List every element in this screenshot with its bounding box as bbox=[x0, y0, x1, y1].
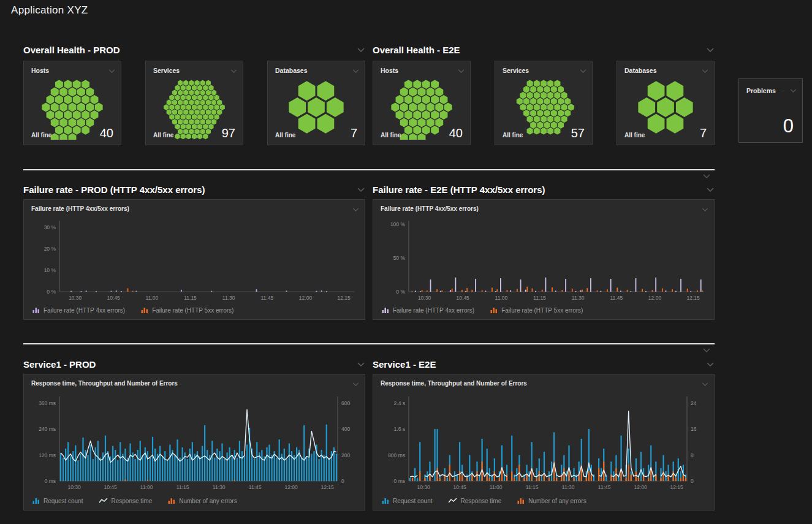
chart-legend: Failure rate (HTTP 4xx errors)Failure ra… bbox=[32, 306, 233, 314]
svg-text:12:00: 12:00 bbox=[648, 295, 662, 301]
chevron-down-icon[interactable] bbox=[702, 172, 711, 180]
svg-text:12:15: 12:15 bbox=[670, 484, 684, 490]
service1-prod-tile[interactable]: Response time, Throughput and Number of … bbox=[23, 374, 365, 511]
tile-status: All fine bbox=[275, 132, 295, 140]
svg-text:11:00: 11:00 bbox=[490, 484, 503, 490]
legend-item[interactable]: Failure rate (HTTP 4xx errors) bbox=[382, 306, 474, 314]
chart-legend: Request countResponse timeNumber of any … bbox=[382, 497, 586, 504]
failure-rate-prod-tile[interactable]: Failure rate (HTTP 4xx/5xx errors) 30 %2… bbox=[23, 199, 365, 320]
service1-prod-chart[interactable]: 360 ms240 ms120 ms0 ms600400200010:3010:… bbox=[28, 393, 362, 492]
svg-text:2.4 s: 2.4 s bbox=[394, 400, 405, 406]
svg-text:11:45: 11:45 bbox=[249, 484, 262, 490]
legend-item[interactable]: Number of any errors bbox=[517, 497, 586, 504]
tile-title: Services bbox=[503, 67, 529, 74]
legend-label: Failure rate (HTTP 4xx errors) bbox=[393, 307, 474, 314]
svg-text:120 ms: 120 ms bbox=[39, 452, 56, 458]
problems-tile[interactable]: Problems 0 bbox=[738, 78, 803, 143]
chevron-down-icon[interactable] bbox=[700, 205, 709, 214]
svg-text:100 %: 100 % bbox=[390, 221, 406, 227]
legend-item[interactable]: Request count bbox=[382, 497, 433, 504]
health-tile-services-e2e[interactable]: Services All fine57 bbox=[495, 61, 593, 145]
chevron-down-icon[interactable] bbox=[351, 67, 360, 75]
legend-bars-icon bbox=[517, 497, 525, 504]
tile-status: All fine bbox=[624, 132, 645, 140]
service1-e2e-tile[interactable]: Response time, Throughput and Number of … bbox=[373, 374, 715, 511]
legend-line-icon bbox=[449, 498, 457, 504]
section-header-health-e2e: Overall Health - E2E bbox=[373, 43, 715, 56]
chevron-down-icon[interactable] bbox=[700, 380, 709, 389]
legend-bars-icon bbox=[32, 497, 40, 504]
chevron-down-icon[interactable] bbox=[357, 185, 365, 194]
chevron-down-icon[interactable] bbox=[700, 67, 709, 75]
svg-text:0: 0 bbox=[341, 478, 344, 484]
legend-bars-icon bbox=[382, 497, 389, 504]
svg-text:11:30: 11:30 bbox=[213, 484, 226, 490]
legend-item[interactable]: Response time bbox=[99, 498, 153, 504]
chart-title: Failure rate (HTTP 4xx/5xx errors) bbox=[31, 205, 129, 212]
chevron-down-icon[interactable] bbox=[107, 67, 116, 75]
chevron-down-icon[interactable] bbox=[579, 67, 587, 75]
section-header-service-prod: Service1 - PROD bbox=[23, 357, 365, 371]
health-tile-services-prod[interactable]: Services All fine97 bbox=[145, 61, 243, 145]
svg-text:11:30: 11:30 bbox=[222, 295, 235, 301]
svg-text:0 ms: 0 ms bbox=[45, 478, 56, 484]
section-header-failure-prod: Failure rate - PROD (HTTP 4xx/5xx errors… bbox=[23, 183, 365, 196]
chevron-down-icon[interactable] bbox=[702, 346, 711, 354]
svg-text:10:30: 10:30 bbox=[418, 295, 431, 301]
svg-text:240 ms: 240 ms bbox=[39, 426, 56, 432]
chevron-down-icon[interactable] bbox=[357, 360, 365, 368]
section-header-failure-e2e: Failure rate - E2E (HTTP 4xx/5xx errors) bbox=[373, 183, 715, 196]
health-tile-hosts-e2e[interactable]: Hosts All fine40 bbox=[373, 61, 471, 145]
svg-text:10:45: 10:45 bbox=[453, 484, 466, 490]
chevron-down-icon[interactable] bbox=[706, 360, 715, 368]
health-tile-databases-prod[interactable]: Databases All fine7 bbox=[267, 61, 365, 145]
section-title: Service1 - E2E bbox=[373, 359, 436, 370]
section-divider bbox=[23, 169, 715, 170]
failure-rate-e2e-tile[interactable]: Failure rate (HTTP 4xx/5xx errors) 100 %… bbox=[373, 199, 715, 320]
failure-rate-e2e-chart[interactable]: 100 %50 %0 %10:3010:4511:0011:1511:3011:… bbox=[377, 217, 711, 303]
legend-item[interactable]: Number of any errors bbox=[168, 497, 237, 504]
svg-text:400: 400 bbox=[341, 426, 350, 432]
chevron-down-icon[interactable] bbox=[706, 45, 715, 54]
chevron-down-icon[interactable] bbox=[789, 86, 797, 95]
failure-rate-prod-chart[interactable]: 30 %20 %10 %0 %10:3010:4511:0011:1511:30… bbox=[28, 217, 362, 303]
tile-status: All fine bbox=[31, 132, 51, 140]
legend-label: Request count bbox=[44, 498, 83, 504]
legend-item[interactable]: Failure rate (HTTP 5xx errors) bbox=[490, 306, 583, 314]
svg-text:12:15: 12:15 bbox=[338, 295, 351, 301]
health-tile-hosts-prod[interactable]: Hosts All fine40 bbox=[23, 61, 121, 145]
legend-label: Number of any errors bbox=[528, 498, 586, 504]
section-header-health-prod: Overall Health - PROD bbox=[23, 43, 365, 56]
page-title: Application XYZ bbox=[11, 4, 88, 17]
legend-label: Response time bbox=[461, 498, 502, 504]
legend-item[interactable]: Failure rate (HTTP 4xx errors) bbox=[32, 306, 125, 314]
chevron-down-icon[interactable] bbox=[229, 67, 238, 75]
tile-title: Databases bbox=[624, 67, 657, 74]
section-title: Overall Health - E2E bbox=[373, 45, 460, 55]
chevron-down-icon[interactable] bbox=[457, 67, 465, 75]
service1-e2e-chart[interactable]: 2.4 s1.6 s800 ms0 ms24168010:3010:4511:0… bbox=[377, 393, 711, 492]
svg-text:11:45: 11:45 bbox=[598, 484, 611, 490]
legend-item[interactable]: Response time bbox=[449, 498, 502, 504]
legend-item[interactable]: Request count bbox=[32, 497, 83, 504]
section-title: Service1 - PROD bbox=[23, 359, 96, 370]
legend-label: Failure rate (HTTP 5xx errors) bbox=[501, 307, 583, 314]
section-title: Failure rate - PROD (HTTP 4xx/5xx errors… bbox=[23, 184, 205, 195]
chevron-down-icon[interactable] bbox=[351, 380, 360, 389]
legend-label: Number of any errors bbox=[179, 498, 237, 504]
svg-text:12:15: 12:15 bbox=[321, 484, 335, 490]
chevron-down-icon[interactable] bbox=[357, 45, 365, 54]
svg-text:12:00: 12:00 bbox=[634, 484, 648, 490]
svg-text:24: 24 bbox=[691, 400, 697, 406]
chevron-down-icon[interactable] bbox=[351, 205, 360, 214]
legend-item[interactable]: Failure rate (HTTP 5xx errors) bbox=[141, 306, 233, 314]
health-tile-databases-e2e[interactable]: Databases All fine7 bbox=[617, 61, 715, 145]
svg-text:11:15: 11:15 bbox=[533, 295, 546, 301]
tile-count: 40 bbox=[100, 126, 113, 140]
tile-count: 97 bbox=[222, 126, 235, 140]
legend-bars-icon bbox=[141, 306, 148, 314]
problems-label: Problems bbox=[746, 87, 776, 94]
tile-count: 7 bbox=[351, 126, 357, 140]
section-title: Failure rate - E2E (HTTP 4xx/5xx errors) bbox=[373, 184, 545, 195]
chevron-down-icon[interactable] bbox=[706, 185, 715, 194]
